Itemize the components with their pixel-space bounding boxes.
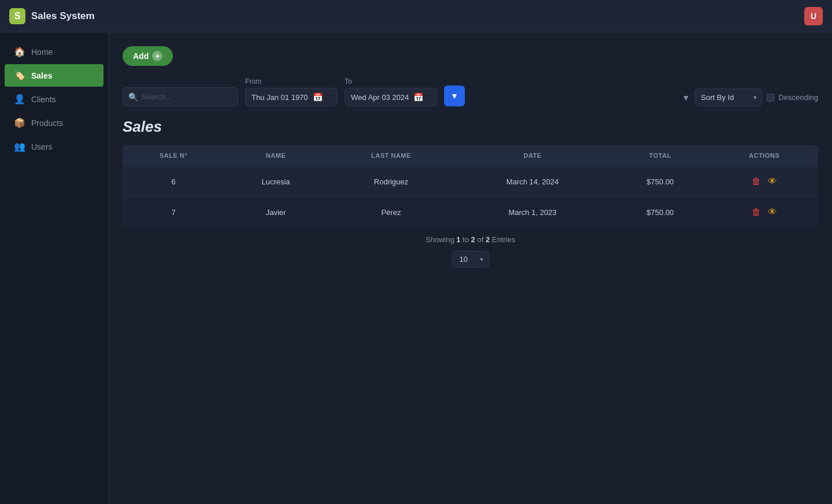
sidebar-label-products: Products — [31, 118, 63, 128]
header-brand: S Sales System — [9, 8, 95, 24]
app-title: Sales System — [31, 10, 95, 22]
filter-button[interactable]: ▼ — [444, 86, 465, 106]
from-date-group: From Thu Jan 01 1970 📅 — [245, 77, 338, 106]
per-page-select[interactable]: 10 25 50 100 — [452, 251, 489, 268]
plus-circle-icon: + — [152, 51, 162, 61]
cell-total: $750.00 — [610, 166, 710, 197]
cell-name: Lucresia — [224, 166, 327, 197]
users-icon: 👥 — [14, 141, 25, 152]
cell-last-name: Rodriguez — [327, 166, 455, 197]
add-button[interactable]: Add + — [123, 46, 173, 66]
from-label: From — [245, 77, 338, 86]
view-button[interactable]: 👁 — [766, 174, 779, 189]
table-row: 6 Lucresia Rodriguez March 14, 2024 $750… — [123, 166, 818, 197]
per-page-wrap: 10 25 50 100 — [123, 251, 818, 268]
descending-label: Descending — [778, 93, 818, 102]
shopify-icon: S — [9, 8, 25, 24]
eye-icon: 👁 — [768, 176, 777, 186]
cell-name: Javier — [224, 197, 327, 228]
sidebar-item-products[interactable]: 📦 Products — [5, 112, 103, 134]
main-layout: 🏠 Home 🏷️ Sales 👤 Clients 📦 Products 👥 U… — [0, 32, 832, 504]
per-page-select-wrap: 10 25 50 100 — [452, 251, 489, 268]
cell-sale-no: 6 — [123, 166, 224, 197]
home-icon: 🏠 — [14, 46, 25, 57]
to-label: To — [345, 77, 437, 86]
sidebar-item-home[interactable]: 🏠 Home — [5, 40, 103, 63]
user-avatar[interactable]: U — [804, 7, 823, 25]
to-date-group: To Wed Apr 03 2024 📅 — [345, 77, 437, 106]
showing-text: Showing 1 to 2 of 2 Entries — [426, 235, 515, 244]
delete-button[interactable]: 🗑 — [749, 205, 763, 220]
view-button[interactable]: 👁 — [766, 205, 779, 220]
cell-actions: 🗑 👁 — [711, 166, 819, 197]
col-actions: ACTIONS — [711, 145, 819, 166]
col-last-name: LAST NAME — [327, 145, 455, 166]
add-label: Add — [133, 51, 149, 61]
cell-date: March 1, 2023 — [455, 197, 610, 228]
to-calendar-icon[interactable]: 📅 — [413, 92, 423, 102]
col-date: DATE — [455, 145, 610, 166]
main-content: Add + 🔍 From Thu Jan 01 1970 📅 To — [109, 32, 832, 504]
sidebar-label-clients: Clients — [31, 95, 56, 104]
from-calendar-icon[interactable]: 📅 — [313, 92, 323, 102]
cell-total: $750.00 — [610, 197, 710, 228]
sort-wrap: ▼ Sort By Id Sort By Name Sort By Date S… — [682, 88, 818, 106]
sales-icon: 🏷️ — [14, 70, 25, 81]
sidebar: 🏠 Home 🏷️ Sales 👤 Clients 📦 Products 👥 U… — [0, 32, 109, 504]
eye-icon: 👁 — [768, 207, 777, 217]
sidebar-label-sales: Sales — [31, 71, 53, 80]
sort-filter-icon: ▼ — [682, 93, 690, 102]
sidebar-label-home: Home — [31, 47, 53, 57]
col-total: TOTAL — [610, 145, 710, 166]
descending-checkbox[interactable] — [767, 94, 775, 102]
descending-wrap: Descending — [767, 93, 818, 102]
top-header: S Sales System U — [0, 0, 832, 32]
search-wrap: 🔍 — [123, 87, 238, 106]
sales-table-container: SALE N° NAME LAST NAME DATE TOTAL ACTION… — [123, 145, 818, 227]
to-date-input[interactable]: Wed Apr 03 2024 📅 — [345, 88, 437, 106]
sales-table: SALE N° NAME LAST NAME DATE TOTAL ACTION… — [123, 145, 818, 227]
sort-select[interactable]: Sort By Id Sort By Name Sort By Date Sor… — [694, 88, 762, 106]
table-body: 6 Lucresia Rodriguez March 14, 2024 $750… — [123, 166, 818, 228]
products-icon: 📦 — [14, 117, 25, 128]
clients-icon: 👤 — [14, 94, 25, 105]
cell-date: March 14, 2024 — [455, 166, 610, 197]
pagination-info: Showing 1 to 2 of 2 Entries — [123, 235, 818, 244]
from-date-value: Thu Jan 01 1970 — [252, 93, 308, 102]
table-row: 7 Javier Pérez March 1, 2023 $750.00 🗑 👁 — [123, 197, 818, 228]
sidebar-item-sales[interactable]: 🏷️ Sales — [5, 64, 103, 87]
search-input[interactable] — [123, 87, 238, 106]
trash-icon: 🗑 — [752, 176, 761, 186]
search-icon: 🔍 — [128, 92, 138, 102]
sidebar-item-users[interactable]: 👥 Users — [5, 135, 103, 158]
trash-icon: 🗑 — [752, 207, 761, 217]
cell-sale-no: 7 — [123, 197, 224, 228]
page-title: Sales — [123, 118, 818, 136]
col-sale-no: SALE N° — [123, 145, 224, 166]
from-date-input[interactable]: Thu Jan 01 1970 📅 — [245, 88, 338, 106]
sidebar-label-users: Users — [31, 142, 53, 151]
filter-funnel-icon: ▼ — [450, 91, 458, 101]
sidebar-item-clients[interactable]: 👤 Clients — [5, 88, 103, 110]
delete-button[interactable]: 🗑 — [749, 174, 763, 189]
cell-last-name: Pérez — [327, 197, 455, 228]
table-header-row: SALE N° NAME LAST NAME DATE TOTAL ACTION… — [123, 145, 818, 166]
col-name: NAME — [224, 145, 327, 166]
filter-bar: 🔍 From Thu Jan 01 1970 📅 To Wed Apr 03 2… — [123, 77, 818, 106]
to-date-value: Wed Apr 03 2024 — [351, 93, 409, 102]
sort-select-wrap: Sort By Id Sort By Name Sort By Date Sor… — [694, 88, 762, 106]
cell-actions: 🗑 👁 — [711, 197, 819, 228]
